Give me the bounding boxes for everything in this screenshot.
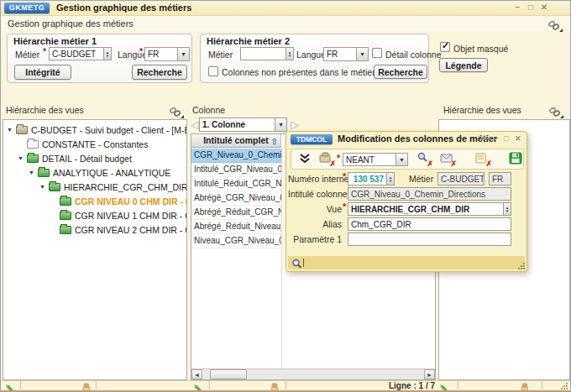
group2-langue-select[interactable]: FR ▾ [323,47,369,61]
tree-item-label: CGR NIVEAU 1 CHM DIR - CGR niveau 1 chem… [75,211,187,221]
status-separator: | [19,380,22,389]
required-asterisk: * [43,46,46,56]
text-cursor [303,259,304,267]
detach-delete-icon[interactable]: ✗ [319,152,333,165]
middle-panel-title: Colonne [192,105,225,115]
column-list-item[interactable]: Niveau_CGR_Niveau_0_Chem [191,234,281,248]
scrollbar-thumb[interactable] [210,369,247,379]
mode-select[interactable]: NEANT ▾ [343,153,408,166]
expander-icon[interactable]: ▼ [18,155,27,161]
modification-dialog: TDMCOL Modification des colonnes de méti… [286,131,527,272]
hierarchie-metier-1-group: Hiérarchie métier 1 Métier * C-BUDGET ▴▾… [7,34,192,83]
legende-button[interactable]: Légende [439,58,488,72]
column-separator [281,149,282,368]
chevron-down-icon[interactable]: ▾ [177,48,189,60]
tree-item-label: DETAIL - Détail budget [42,154,132,164]
detail-colonne-checkbox[interactable] [372,48,382,58]
group1-langue-value: FR [145,50,177,59]
group1-langue-select[interactable]: FR ▾ [144,47,190,61]
tree-item[interactable]: CONSTANTE - Constantes [3,137,186,151]
close-icon[interactable]: ✕ [540,3,548,12]
tree-item[interactable]: ▼HIERARCHIE_CGR_CHM_DIR - Hiérarchie CGR… [3,180,186,194]
column-list-item[interactable]: CGR_Niveau_0_Chemin_Direc [191,149,281,163]
colonnes-non-presentes-checkbox[interactable] [208,66,218,76]
tree-item[interactable]: ▼ANALYTIQUE - ANALYTIQUE [3,165,186,180]
column-header-cell[interactable]: Intitulé complet ⇧ [191,134,281,148]
save-icon[interactable] [509,152,523,165]
expander-icon[interactable]: ▼ [7,127,16,133]
window-resize-grip[interactable] [560,382,568,390]
dialog-metier-value: C-BUDGET [438,175,484,184]
group2-recherche-button[interactable]: Recherche [374,65,427,79]
collapse-all-icon[interactable] [299,153,313,166]
close-icon[interactable]: ✕ [515,134,521,143]
numero-interne-field[interactable]: 130 537 ▴▾ [348,172,395,186]
column-list-item[interactable]: Abrégé_Réduit_CGR_Niveau_0 [191,206,281,220]
objet-masque-label: Objet masqué [453,44,508,54]
group2-metier-field[interactable]: ▴▾ [240,47,294,60]
page-title: Gestion graphique des métiers [8,18,134,29]
tree-item[interactable]: ▼DETAIL - Détail budget [3,151,186,165]
scroll-right-icon[interactable]: ► [424,369,435,379]
link-icon[interactable] [547,19,561,30]
vue-field[interactable]: HIERARCHIE_CGR_CHM_DIR ▴▾ [348,202,511,216]
link-icon[interactable] [548,106,562,117]
dialog-search-bar[interactable] [288,256,525,269]
detail-colonne-label: Détail colonne [385,50,442,60]
tree-item[interactable]: CGR NIVEAU 0 CHM DIR - CGR niveau 0 chem… [3,194,186,208]
sort-ascending-icon[interactable]: ⇧ [271,135,278,148]
parametre1-field[interactable] [348,233,511,246]
lookup-spinner-icon[interactable]: ▴▾ [503,203,511,215]
search-delete-icon[interactable]: ✗ [416,152,431,165]
tree-item[interactable]: CGR NIVEAU 2 CHM DIR - CGR niveau 2 chem… [3,222,186,237]
column-list-item[interactable]: Abrégé_Réduit_Niveau_CGR_N [191,220,281,234]
alias-field[interactable]: Chm_CGR_DIR [348,217,511,231]
view-tree: ▼C-BUDGET - Suivi budget - Client - [M-B… [3,123,186,237]
pin-icon[interactable] [480,134,491,144]
column-selector[interactable]: 1. Colonne ▾ [199,118,287,132]
group1-metier-field[interactable]: C-BUDGET ▴▾ [49,47,112,60]
transaction-badge: GKMETG [4,3,50,13]
dialog-badge: TDMCOL [291,134,333,144]
integrite-button[interactable]: Intégrité [14,65,71,80]
expander-icon[interactable]: ▼ [29,170,38,175]
lookup-spinner-icon[interactable]: ▴▾ [386,173,394,185]
tree-item-label: ANALYTIQUE - ANALYTIQUE [53,168,170,178]
maximize-icon[interactable]: □ [526,3,535,12]
column-list-item[interactable]: Intitulé_CGR_Niveau_0_Chem [191,163,281,177]
group2-title: Hiérarchie métier 2 [207,36,290,46]
folder-icon [49,183,60,191]
folder-icon [27,140,39,149]
scroll-left-icon[interactable]: ◄ [191,369,202,379]
tree-item[interactable]: CGR NIVEAU 1 CHM DIR - CGR niveau 1 chem… [3,208,186,222]
sub-header: Gestion graphique des métiers [1,16,570,31]
objet-masque-checkbox[interactable] [440,42,450,52]
expander-icon[interactable]: ▼ [39,184,49,190]
tree-item[interactable]: ▼C-BUDGET - Suivi budget - Client - [M-B… [3,123,186,137]
minimize-icon[interactable]: – [513,3,521,12]
minimize-icon[interactable]: – [494,134,498,143]
dialog-resize-grip[interactable] [517,262,525,269]
lookup-spinner-icon[interactable]: ▴▾ [286,48,293,60]
lookup-spinner-icon[interactable]: ▴▾ [103,48,111,60]
archive-delete-icon[interactable]: ✗ [475,152,490,165]
next-column-icon[interactable]: ▷ [291,118,299,131]
column-header-label: Intitulé complet [203,135,269,145]
tree-item-label: C-BUDGET - Suivi budget - Client - [M-BU… [31,125,187,135]
chevron-down-icon[interactable]: ▾ [275,118,286,131]
column-list-item[interactable]: Abrégé_CGR_Niveau_0_Chemi [191,191,281,206]
chevron-down-icon[interactable]: ▾ [356,48,368,60]
dialog-title: Modification des colonnes de métier [338,133,497,144]
left-panel-title: Hiérarchie des vues [6,105,84,115]
previous-column-icon[interactable]: ◁ [191,118,199,131]
column-list-item[interactable]: Intitulé_Réduit_CGR_Niveau_ [191,177,281,191]
horizontal-scrollbar[interactable]: ◄ ► [191,368,435,379]
column-selector-value: 1. Colonne [200,120,275,129]
folder-icon [27,154,39,163]
group1-recherche-button[interactable]: Recherche [132,65,187,80]
link-icon[interactable] [169,106,182,117]
chevron-down-icon[interactable]: ▾ [396,154,407,165]
group2-langue-value: FR [324,50,356,59]
maximize-icon[interactable]: □ [504,134,508,143]
mail-delete-icon[interactable]: ✗ [440,152,454,165]
